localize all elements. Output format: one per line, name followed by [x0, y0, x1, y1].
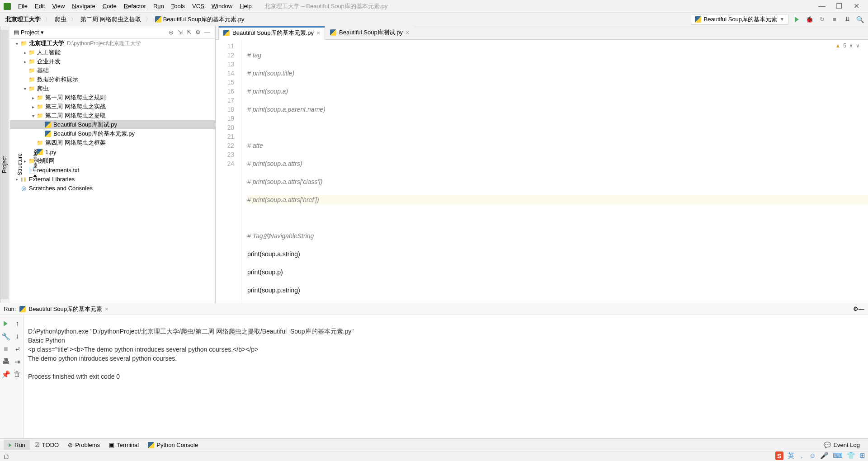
rail-favorites[interactable]: ★ Favorites	[31, 30, 39, 299]
soft-wrap-button[interactable]: ⤶	[12, 344, 22, 354]
menu-run[interactable]: Run	[150, 2, 168, 10]
editor-tabs: Beautiful Soup库的基本元素.py × Beautiful Soup…	[216, 26, 868, 40]
run-config-name[interactable]: Beautiful Soup库的基本元素	[28, 305, 102, 313]
search-icon: 🔍	[856, 16, 864, 23]
clear-button[interactable]: 🗑	[12, 369, 22, 379]
tree-file[interactable]: Beautiful Soup库的基本元素.py	[10, 129, 215, 138]
tool-tab-todo[interactable]: ☑TODO	[30, 440, 63, 450]
menu-code[interactable]: Code	[99, 2, 120, 10]
console-output[interactable]: D:\Python\python.exe "D:/pythonProject/北…	[24, 315, 868, 438]
tree-file[interactable]: 1.py	[10, 147, 215, 156]
tab-label: Beautiful Soup库的基本元素.py	[232, 29, 314, 37]
run-settings-button[interactable]: ⚙	[853, 306, 859, 312]
editor-tab[interactable]: Beautiful Soup库测试.py ×	[325, 26, 414, 39]
debug-button[interactable]: 🐞	[805, 15, 814, 24]
run-config-label: Beautiful Soup库的基本元素	[704, 15, 778, 24]
problems-icon: ⊘	[68, 442, 73, 448]
code-editor[interactable]: 1112131415161718192021222324 # tag # pri…	[216, 40, 868, 303]
menu-view[interactable]: View	[48, 2, 68, 10]
crumb-root[interactable]: 北京理工大学	[4, 14, 42, 24]
tree-node[interactable]: 数据分析和展示	[10, 75, 215, 84]
menu-tools[interactable]: Tools	[168, 2, 189, 10]
tree-file-selected[interactable]: Beautiful Soup库测试.py	[10, 120, 215, 129]
tree-node[interactable]: ▸物联网	[10, 156, 215, 165]
rail-structure[interactable]: Structure	[16, 30, 24, 299]
ime-keyboard-button[interactable]: ⌨	[833, 452, 843, 460]
code-content[interactable]: # tag # print(soup.title) # print(soup.a…	[242, 40, 868, 303]
window-title: 北京理工大学 – Beautiful Soup库的基本元素.py	[264, 2, 817, 10]
up-stack-button[interactable]: ↑	[12, 319, 22, 329]
ime-toolbox-button[interactable]: ⊞	[859, 452, 865, 460]
search-everywhere-button[interactable]: 🔍	[855, 15, 864, 24]
tree-node[interactable]: ▸企业开发	[10, 57, 215, 66]
locate-file-button[interactable]: ⊕	[166, 28, 175, 37]
menu-edit[interactable]: Edit	[31, 2, 48, 10]
modify-run-button[interactable]: 🔧	[1, 331, 11, 341]
stop-button[interactable]: ■	[830, 15, 839, 24]
tree-node[interactable]: ▸第三周 网络爬虫之实战	[10, 102, 215, 111]
down-stack-button[interactable]: ↓	[12, 331, 22, 341]
update-project-button[interactable]: ⇊	[843, 15, 852, 24]
ime-icon[interactable]: S	[775, 452, 783, 460]
tree-file[interactable]: 📄requirements.txt	[10, 165, 215, 174]
menu-help[interactable]: Help	[236, 2, 255, 10]
run-label: Run:	[4, 306, 16, 312]
crumb-file[interactable]: Beautiful Soup库的基本元素.py	[153, 14, 246, 24]
run-coverage-button[interactable]: ↻	[817, 15, 826, 24]
chevron-down-icon: ▼	[780, 17, 784, 22]
tree-node[interactable]: ▸第一周 网络爬虫之规则	[10, 93, 215, 102]
crumb-2[interactable]: 第二周 网络爬虫之提取	[79, 14, 143, 24]
rail-project[interactable]: Project	[0, 30, 9, 299]
tree-external-libs[interactable]: ▸⫿⫿External Libraries	[10, 174, 215, 183]
tool-tab-run[interactable]: Run	[4, 440, 30, 450]
collapse-all-button[interactable]: ⇱	[184, 28, 193, 37]
close-button[interactable]: ✕	[852, 2, 861, 11]
tool-tab-event-log[interactable]: 💬Event Log	[819, 440, 864, 450]
tool-tab-python-console[interactable]: Python Console	[143, 440, 203, 450]
run-config-selector[interactable]: Beautiful Soup库的基本元素 ▼	[691, 14, 788, 25]
tree-root[interactable]: ▾北京理工大学D:\pythonProject\北京理工大学	[10, 39, 215, 48]
tree-node[interactable]: 基础	[10, 66, 215, 75]
close-tab-button[interactable]: ×	[406, 29, 409, 36]
tool-tab-problems[interactable]: ⊘Problems	[63, 440, 104, 450]
close-tab-button[interactable]: ×	[316, 29, 320, 37]
tool-tab-terminal[interactable]: ▣Terminal	[104, 440, 143, 450]
menu-vcs[interactable]: VCS	[189, 2, 208, 10]
chevron-up-icon[interactable]: ∧	[849, 42, 853, 49]
menu-window[interactable]: Window	[208, 2, 236, 10]
editor-tab-active[interactable]: Beautiful Soup库的基本元素.py ×	[218, 26, 325, 40]
ime-lang-button[interactable]: 英	[788, 452, 794, 460]
hide-run-button[interactable]: —	[859, 306, 864, 312]
ime-punct-button[interactable]: ，	[798, 452, 805, 460]
tree-scratches[interactable]: ◎Scratches and Consoles	[10, 183, 215, 193]
close-run-tab-button[interactable]: ×	[105, 306, 108, 312]
print-button[interactable]: 🖶	[1, 357, 11, 367]
panel-settings-button[interactable]: ⚙	[193, 28, 203, 37]
tree-node[interactable]: ▾爬虫	[10, 84, 215, 93]
hide-panel-button[interactable]: —	[203, 28, 212, 37]
menu-navigate[interactable]: Navigate	[68, 2, 99, 10]
chevron-down-icon[interactable]: ∨	[856, 42, 860, 49]
tree-node[interactable]: ▾第二周 网络爬虫之提取	[10, 111, 215, 120]
run-button[interactable]	[792, 15, 801, 24]
expand-all-button[interactable]: ⇲	[175, 28, 184, 37]
project-tree[interactable]: ▾北京理工大学D:\pythonProject\北京理工大学 ▸人工智能 ▸企业…	[10, 39, 215, 303]
menu-refactor[interactable]: Refactor	[120, 2, 150, 10]
crumb-1[interactable]: 爬虫	[53, 14, 68, 24]
bug-icon: 🐞	[806, 16, 813, 23]
inspection-widget[interactable]: ▲ 5 ∧ ∨	[835, 42, 860, 49]
ime-voice-button[interactable]: 🎤	[820, 452, 829, 460]
window-controls: — ❐ ✕	[817, 2, 866, 11]
tree-node[interactable]: 第四周 网络爬虫之框架	[10, 138, 215, 147]
scroll-end-button[interactable]: ⇥	[12, 357, 22, 367]
pin-button[interactable]: 📌	[1, 369, 11, 379]
maximize-button[interactable]: ❐	[835, 2, 844, 11]
minimize-button[interactable]: —	[817, 2, 826, 11]
hide-windows-button[interactable]: ▢	[4, 453, 9, 460]
ime-emoji-button[interactable]: ☺	[809, 452, 816, 460]
menu-file[interactable]: FFileile	[14, 2, 31, 10]
tree-node[interactable]: ▸人工智能	[10, 48, 215, 57]
rerun-button[interactable]	[1, 319, 11, 329]
ime-skin-button[interactable]: 👕	[847, 452, 855, 460]
stop-run-button[interactable]: ■	[1, 344, 11, 354]
